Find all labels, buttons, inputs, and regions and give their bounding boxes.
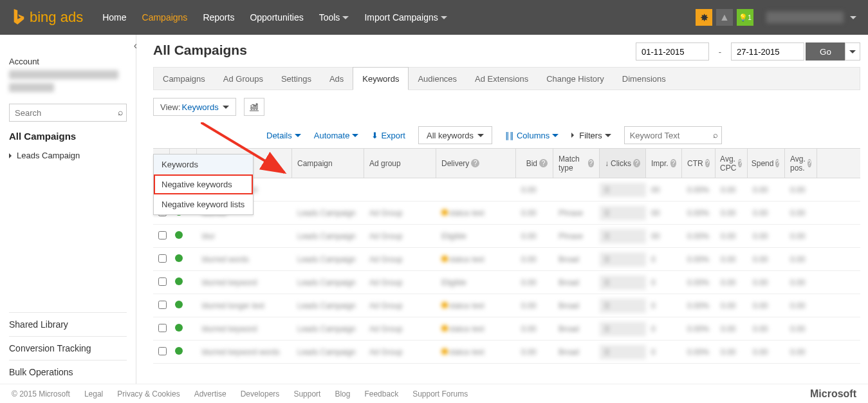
subtab-adgroups[interactable]: Ad Groups [214, 68, 272, 89]
nav-tools[interactable]: Tools [319, 12, 349, 23]
col-header-pos[interactable]: Avg. pos.? [785, 149, 817, 178]
date-separator: - [709, 42, 731, 61]
footer: © 2015 Microsoft Legal Privacy & Cookies… [0, 384, 868, 403]
sidebar-bulk-operations[interactable]: Bulk Operations [9, 360, 127, 384]
nav-import[interactable]: Import Campaigns [364, 12, 447, 23]
sidebar-all-campaigns[interactable]: All Campaigns [9, 131, 127, 142]
help-icon[interactable]: ? [633, 159, 640, 167]
footer-microsoft[interactable]: Microsoft [810, 388, 856, 400]
table-row[interactable]: blurLeads CampaignAd Group Eligible0.00P… [153, 225, 860, 248]
view-menu-negative-keywords[interactable]: Negative keywords [154, 174, 253, 194]
sidebar-search-input[interactable] [9, 104, 127, 122]
help-icon[interactable]: ? [670, 159, 676, 167]
view-menu-keywords[interactable]: Keywords [154, 155, 253, 174]
col-header-cpc[interactable]: Avg. CPC? [716, 149, 748, 178]
main-content: All Campaigns - Go Campaigns Ad Groups S… [136, 35, 868, 384]
footer-developers[interactable]: Developers [241, 389, 280, 398]
user-email[interactable] [766, 12, 844, 23]
sidebar-shared-library[interactable]: Shared Library [9, 312, 127, 336]
subtab-dimensions[interactable]: Dimensions [613, 68, 675, 89]
row-checkbox[interactable] [158, 324, 167, 332]
account-name[interactable] [9, 70, 118, 79]
col-header-campaign[interactable]: Campaign [292, 149, 364, 178]
help-icon[interactable]: ? [705, 159, 710, 167]
col-header-impr[interactable]: Impr.? [646, 149, 682, 178]
subtabs: Campaigns Ad Groups Settings Ads Keyword… [153, 67, 860, 90]
nav-campaigns[interactable]: Campaigns [142, 12, 188, 23]
help-icon[interactable]: ? [539, 159, 548, 167]
footer-legal[interactable]: Legal [84, 389, 103, 398]
col-header-delivery[interactable]: Delivery? [436, 149, 516, 178]
col-header-spend[interactable]: Spend? [748, 149, 785, 178]
sidebar-leads-campaign[interactable]: Leads Campaign [9, 151, 127, 160]
footer-copyright: © 2015 Microsoft [12, 389, 70, 398]
help-icon[interactable]: ? [738, 159, 742, 167]
footer-blog[interactable]: Blog [335, 389, 350, 398]
subtab-audiences[interactable]: Audiences [409, 68, 466, 89]
view-dropdown[interactable]: View: Keywords [153, 98, 236, 116]
chart-icon [249, 102, 259, 111]
row-checkbox[interactable] [158, 347, 167, 355]
subtab-change-history[interactable]: Change History [537, 68, 613, 89]
col-header-bid[interactable]: Bid? [516, 149, 553, 178]
table-row[interactable]: blurred keywordLeads CampaignAd Group El… [153, 271, 860, 294]
lightbulb-icon[interactable]: 💡1 [737, 9, 753, 26]
date-to-input[interactable] [731, 42, 804, 61]
help-icon[interactable]: ? [588, 159, 594, 167]
chart-toggle-button[interactable] [244, 98, 264, 116]
subtab-ad-extensions[interactable]: Ad Extensions [466, 68, 537, 89]
row-checkbox[interactable] [158, 301, 167, 309]
export-link[interactable]: ⬇Export [371, 131, 405, 140]
automate-dropdown[interactable]: Automate [314, 131, 359, 140]
col-header-adgroup[interactable]: Ad group [364, 149, 436, 178]
bing-logo-icon [12, 8, 26, 27]
help-icon[interactable]: ? [808, 159, 811, 167]
subtab-settings[interactable]: Settings [272, 68, 320, 89]
footer-advertise[interactable]: Advertise [194, 389, 226, 398]
table-row[interactable]: blurred keyword wordsLeads CampaignAd Gr… [153, 341, 860, 364]
all-keywords-dropdown[interactable]: All keywords [418, 126, 492, 144]
sidebar-search: ⌕ [9, 104, 127, 122]
table-row[interactable]: blurred longer textLeads CampaignAd Grou… [153, 294, 860, 317]
col-header-ctr[interactable]: CTR? [682, 149, 716, 178]
footer-support[interactable]: Support [293, 389, 320, 398]
date-go-button[interactable]: Go [806, 42, 845, 61]
nav-home[interactable]: Home [102, 12, 126, 23]
table-row[interactable]: blurredLeads CampaignAd Group status tex… [153, 202, 860, 225]
table-row: blurred keyword 0.00 0000.00%0.000.000.0… [153, 178, 860, 202]
nav-reports[interactable]: Reports [203, 12, 234, 23]
subtab-keywords[interactable]: Keywords [353, 67, 409, 90]
details-dropdown[interactable]: Details [266, 131, 301, 140]
footer-feedback[interactable]: Feedback [364, 389, 398, 398]
sidebar-conversion-tracking[interactable]: Conversion Tracking [9, 336, 127, 360]
view-menu-negative-keyword-lists[interactable]: Negative keyword lists [154, 194, 253, 214]
footer-forums[interactable]: Support Forums [412, 389, 468, 398]
search-icon[interactable]: ⌕ [713, 130, 718, 140]
chevron-down-icon [223, 106, 229, 112]
col-header-match-type[interactable]: Match type? [553, 149, 600, 178]
table-row[interactable]: blurred keywordLeads CampaignAd Group st… [153, 317, 860, 341]
date-from-input[interactable] [636, 42, 709, 61]
table-row[interactable]: blurred wordsLeads CampaignAd Group stat… [153, 248, 860, 271]
filters-dropdown[interactable]: Filters [571, 131, 611, 140]
row-checkbox[interactable] [158, 277, 167, 286]
chevron-down-icon[interactable] [850, 16, 856, 23]
row-checkbox[interactable] [158, 254, 167, 263]
row-checkbox[interactable] [158, 231, 167, 239]
help-icon[interactable]: ? [471, 159, 479, 167]
search-icon[interactable]: ⌕ [118, 107, 123, 117]
columns-dropdown[interactable]: ∥∥Columns [505, 131, 559, 140]
nav-opportunities[interactable]: Opportunities [250, 12, 303, 23]
alert-icon[interactable]: ▲ [716, 9, 733, 26]
gear-icon[interactable]: ✸ [696, 9, 712, 26]
status-dot-icon [175, 277, 183, 285]
subtab-ads[interactable]: Ads [320, 68, 353, 89]
logo[interactable]: bing ads [12, 8, 83, 27]
footer-privacy[interactable]: Privacy & Cookies [117, 389, 180, 398]
subtab-campaigns[interactable]: Campaigns [154, 68, 214, 89]
help-icon[interactable]: ? [775, 159, 779, 167]
brand-name: bing ads [30, 9, 83, 26]
date-range-dropdown[interactable] [845, 42, 860, 61]
col-header-clicks[interactable]: ↓Clicks? [600, 149, 646, 178]
keyword-search-input[interactable] [624, 126, 722, 144]
